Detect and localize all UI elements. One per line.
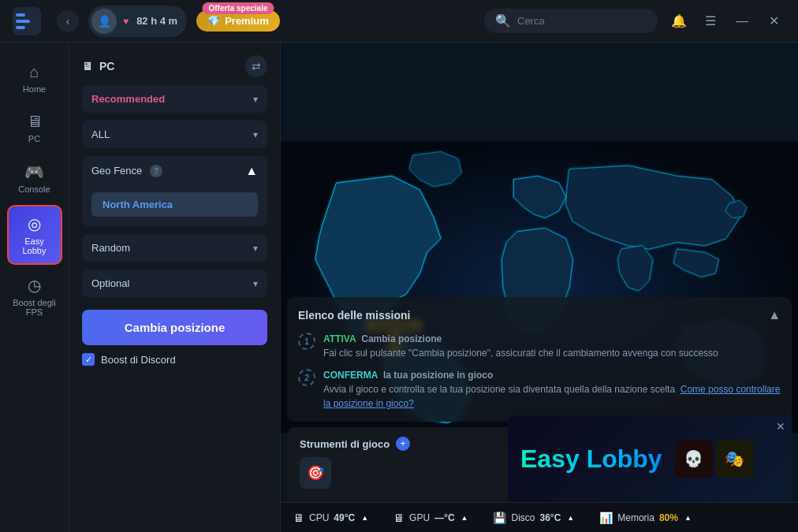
sidebar-label-easy-lobby: Easy Lobby xyxy=(13,236,56,255)
card-avatars: 💀 🎭 xyxy=(675,440,754,478)
card-avatar-1: 💀 xyxy=(675,440,713,478)
tools-add-button[interactable]: + xyxy=(396,437,410,451)
device-label: PC xyxy=(99,60,114,73)
left-panel: 🖥 PC ⇄ Recommended ▾ ALL ▾ Geo Fence xyxy=(69,43,281,532)
geo-fence-selected: North America xyxy=(82,186,267,226)
boost-discord-label: Boost di Discord xyxy=(101,354,176,366)
sidebar: ⌂ Home 🖥 PC 🎮 Console ◎ Easy Lobby ◷ Boo… xyxy=(0,43,69,532)
easy-lobby-card: ✕ Easy Lobby 💀 🎭 xyxy=(508,415,792,502)
memory-icon: 📊 xyxy=(599,512,613,524)
memory-label: Memoria xyxy=(617,512,654,523)
mission-1-action: ATTIVA xyxy=(323,333,356,344)
mission-item-1: 1 ATTIVA Cambia posizione Fai clic sul p… xyxy=(298,332,781,360)
section-geo-fence: Geo Fence ? ▲ North America xyxy=(82,156,267,226)
disk-chevron: ▲ xyxy=(567,514,574,522)
content-area: 🖥 PC ⇄ Recommended ▾ ALL ▾ Geo Fence xyxy=(69,43,798,532)
optional-chevron: ▾ xyxy=(253,278,258,289)
tool-item[interactable]: 🎯 xyxy=(300,457,331,489)
boost-discord-checkbox[interactable]: ✓ xyxy=(82,353,95,366)
close-button[interactable]: ✕ xyxy=(762,9,785,33)
status-gpu: 🖥 GPU —°C ▲ xyxy=(393,512,468,524)
sidebar-label-home: Home xyxy=(23,84,46,94)
mission-2-desc: Avvia il gioco e controlla se la tua pos… xyxy=(323,384,675,395)
tools-title: Strumenti di gioco xyxy=(300,438,390,450)
premium-button[interactable]: Offerta speciale 💎 Premium xyxy=(196,10,280,32)
easy-lobby-card-title: Easy Lobby xyxy=(520,445,662,474)
console-icon: 🎮 xyxy=(24,162,44,181)
user-pill[interactable]: 👤 ♥ 82 h 4 m xyxy=(88,6,187,37)
section-recommended[interactable]: Recommended ▾ xyxy=(82,85,267,113)
section-all[interactable]: ALL ▾ xyxy=(82,121,267,148)
svg-rect-2 xyxy=(16,20,30,23)
cpu-icon: 🖥 xyxy=(293,512,304,524)
panel-title: 🖥 PC xyxy=(82,60,114,73)
panel-header: 🖥 PC ⇄ xyxy=(82,55,267,77)
sidebar-label-boost-fps: Boost degli FPS xyxy=(12,298,58,317)
all-chevron: ▾ xyxy=(253,129,258,140)
avatar: 👤 xyxy=(91,9,117,34)
statusbar: 🖥 CPU 49°C ▲ 🖥 GPU —°C ▲ 💾 Disco 36°C ▲ xyxy=(281,502,798,532)
topbar: ‹ 👤 ♥ 82 h 4 m Offerta speciale 💎 Premiu… xyxy=(0,0,798,43)
menu-button[interactable]: ☰ xyxy=(699,9,722,33)
cpu-chevron: ▲ xyxy=(361,514,368,522)
gpu-label: GPU xyxy=(409,512,430,523)
easy-lobby-close-button[interactable]: ✕ xyxy=(776,420,785,433)
section-random[interactable]: Random ▾ xyxy=(82,234,267,262)
bottom-panels: Strumenti di gioco + 🎯 ✕ Easy Lobby 💀 🎭 xyxy=(287,427,792,502)
mission-text-2: CONFERMA la tua posizione in gioco Avvia… xyxy=(323,368,781,411)
sidebar-item-boost-fps[interactable]: ◷ Boost degli FPS xyxy=(7,268,62,325)
geo-fence-label: Geo Fence ? xyxy=(91,165,162,178)
boost-discord-row: ✓ Boost di Discord xyxy=(82,353,267,366)
section-optional[interactable]: Optional ▾ xyxy=(82,270,267,297)
back-button[interactable]: ‹ xyxy=(57,10,79,32)
missions-collapse-icon[interactable]: ▲ xyxy=(768,308,781,322)
cpu-label: CPU xyxy=(309,512,329,523)
mission-2-action: CONFERMA xyxy=(323,370,378,381)
geo-fence-chevron-up: ▲ xyxy=(245,164,258,178)
switch-button[interactable]: ⇄ xyxy=(245,55,267,77)
memory-value: 80% xyxy=(659,512,678,523)
missions-title: Elenco delle missioni xyxy=(298,309,410,322)
minimize-button[interactable]: — xyxy=(730,9,754,33)
geo-fence-header[interactable]: Geo Fence ? ▲ xyxy=(82,156,267,186)
heart-icon: ♥ xyxy=(123,16,129,27)
monitor-icon: 🖥 xyxy=(82,60,93,73)
sidebar-item-home[interactable]: ⌂ Home xyxy=(7,55,62,102)
mission-1-action-text: Cambia posizione xyxy=(361,333,442,344)
disk-label: Disco xyxy=(511,512,535,523)
boost-fps-icon: ◷ xyxy=(28,276,41,295)
mission-text-1: ATTIVA Cambia posizione Fai clic sul pul… xyxy=(323,332,718,360)
offerta-badge: Offerta speciale xyxy=(202,2,274,14)
topbar-actions: 🔔 ☰ — ✕ xyxy=(667,9,785,33)
north-america-option[interactable]: North America xyxy=(91,192,258,217)
user-time: 82 h 4 m xyxy=(136,15,177,27)
search-box[interactable]: 🔍 xyxy=(484,9,658,33)
memory-chevron: ▲ xyxy=(684,514,692,522)
easy-lobby-icon: ◎ xyxy=(28,214,41,233)
sidebar-item-easy-lobby[interactable]: ◎ Easy Lobby xyxy=(7,205,62,265)
change-position-label: Cambia posizione xyxy=(125,321,226,334)
search-input[interactable] xyxy=(517,15,647,27)
help-icon: ? xyxy=(150,165,162,177)
notification-button[interactable]: 🔔 xyxy=(667,9,691,33)
sidebar-item-pc[interactable]: 🖥 PC xyxy=(7,105,62,151)
missions-header: Elenco delle missioni ▲ xyxy=(298,308,781,322)
mission-num-2: 2 xyxy=(298,369,315,386)
svg-rect-1 xyxy=(16,13,25,17)
premium-label: Premium xyxy=(225,15,269,27)
recommended-label: Recommended xyxy=(91,93,165,105)
mission-1-desc: Fai clic sul pulsante "Cambia posizione"… xyxy=(323,348,718,359)
gpu-chevron: ▲ xyxy=(461,514,468,522)
sidebar-item-console[interactable]: 🎮 Console xyxy=(7,154,62,202)
random-label: Random xyxy=(91,242,130,254)
random-chevron: ▾ xyxy=(253,243,258,254)
status-cpu: 🖥 CPU 49°C ▲ xyxy=(293,512,368,524)
status-memory: 📊 Memoria 80% ▲ xyxy=(599,512,692,524)
main-layout: ⌂ Home 🖥 PC 🎮 Console ◎ Easy Lobby ◷ Boo… xyxy=(0,43,798,532)
change-position-button[interactable]: Cambia posizione xyxy=(82,310,267,345)
cpu-value: 49°C xyxy=(334,512,355,523)
sidebar-label-pc: PC xyxy=(28,134,40,143)
search-icon: 🔍 xyxy=(495,13,511,28)
recommended-chevron: ▾ xyxy=(253,94,258,105)
premium-gem-icon: 💎 xyxy=(207,15,220,27)
